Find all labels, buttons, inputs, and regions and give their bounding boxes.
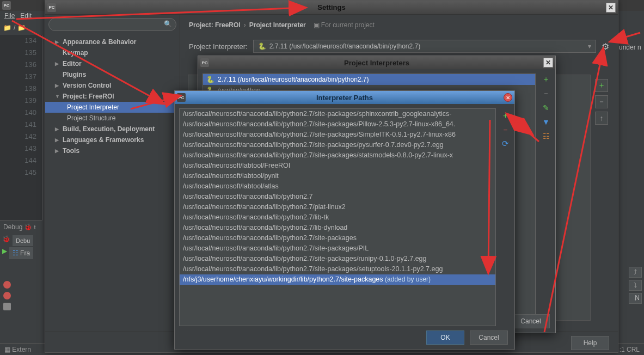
- path-row-selected[interactable]: /nfs/j3/userhome/chenxiayu/workingdir/li…: [180, 274, 495, 285]
- edit-icon[interactable]: ✎: [540, 102, 552, 114]
- path-row[interactable]: /usr/local/neurosoft/anaconda/lib/python…: [180, 119, 495, 130]
- path-row[interactable]: /usr/local/neurosoft/anaconda/lib/python…: [180, 254, 495, 264]
- line-number: 138: [0, 83, 42, 95]
- cancel-button[interactable]: Cancel: [512, 314, 550, 328]
- line-number: 137: [0, 71, 42, 83]
- folder-icon: 📁: [17, 24, 26, 32]
- path-row[interactable]: /usr/local/neurosoft/labtool/atlas: [180, 181, 495, 192]
- play-icon[interactable]: ▶: [2, 247, 7, 259]
- project-badge-icon: ▣: [314, 21, 320, 29]
- close-icon[interactable]: ✕: [504, 93, 512, 102]
- path-row[interactable]: /usr/local/neurosoft/anaconda/lib/python…: [180, 140, 495, 150]
- line-number: 134: [0, 35, 42, 47]
- filter-icon[interactable]: ▼: [540, 116, 552, 128]
- path-row[interactable]: /usr/local/neurosoft/anaconda/lib/python…: [180, 212, 495, 223]
- gear-icon[interactable]: ⚙: [602, 41, 609, 52]
- menu-file[interactable]: File: [4, 12, 15, 21]
- line-number: 139: [0, 95, 42, 107]
- close-icon[interactable]: ✕: [543, 58, 553, 68]
- path-row[interactable]: /usr/local/neurosoft/labtool/pynit: [180, 171, 495, 181]
- interpreters-titlebar[interactable]: PC Project Interpreters ✕: [198, 56, 555, 69]
- search-input[interactable]: [48, 18, 176, 31]
- help-button[interactable]: Help: [571, 336, 609, 350]
- path-row[interactable]: /usr/local/neurosoft/anaconda/lib/python…: [180, 202, 495, 212]
- remove-icon[interactable]: －: [540, 88, 552, 100]
- tree-project[interactable]: ▼Project: FreeROI: [45, 91, 180, 102]
- menu-edit[interactable]: Edit: [20, 12, 32, 21]
- frames-tab[interactable]: ☷ Fra: [9, 247, 33, 259]
- interpreters-title: Project Interpreters: [344, 59, 409, 67]
- path-row[interactable]: /usr/local/neurosoft/anaconda/lib/python…: [180, 109, 495, 119]
- editor-gutter: 134135136137138139140141142143144145: [0, 35, 42, 220]
- folder-icon: 📁: [3, 24, 11, 32]
- chevron-down-icon: ▾: [588, 42, 591, 50]
- tree-tools[interactable]: ▶Tools: [45, 145, 180, 156]
- line-number: 142: [0, 131, 42, 143]
- debug-side-icons: [0, 278, 42, 314]
- close-icon[interactable]: ✕: [606, 3, 616, 13]
- settings-titlebar[interactable]: PC Settings ✕: [45, 1, 618, 15]
- tree-plugins[interactable]: Plugins: [45, 69, 180, 80]
- line-number: 145: [0, 167, 42, 179]
- settings-title: Settings: [317, 3, 345, 11]
- pycharm-icon: PC: [2, 1, 11, 10]
- ok-button[interactable]: OK: [426, 330, 464, 345]
- add-icon[interactable]: ＋: [540, 74, 552, 85]
- tree-build[interactable]: ▶Build, Execution, Deployment: [45, 124, 180, 134]
- pycharm-icon: PC: [177, 93, 186, 102]
- path-row[interactable]: /usr/local/neurosoft/anaconda/lib/python…: [180, 223, 495, 233]
- bug-icon: 🐞: [24, 223, 32, 231]
- interpreter-paths-dialog: PC Interpreter Paths ✕ /usr/local/neuros…: [174, 90, 515, 350]
- step-icon[interactable]: ⤴: [629, 267, 642, 278]
- paths-title: Interpreter Paths: [316, 94, 373, 102]
- path-row[interactable]: /usr/local/neurosoft/anaconda/lib/python…: [180, 130, 495, 140]
- up-icon[interactable]: ↑: [595, 112, 608, 125]
- external-icon[interactable]: ▦: [4, 346, 10, 353]
- path-row[interactable]: /usr/local/neurosoft/labtool/FreeROI: [180, 161, 495, 171]
- debugger-tab[interactable]: Debu: [13, 235, 33, 246]
- settings-tree: 🔍 ▶Appearance & Behavior Keymap ▶Editor …: [45, 15, 180, 332]
- paths-tools: ＋ － ⟳: [499, 109, 511, 150]
- tree-editor[interactable]: ▶Editor: [45, 58, 180, 69]
- tree-languages[interactable]: ▶Languages & Frameworks: [45, 134, 180, 145]
- tree-project-interpreter[interactable]: Project Interpreter: [45, 102, 180, 113]
- add-icon[interactable]: ＋: [595, 79, 608, 92]
- path-row[interactable]: /usr/local/neurosoft/anaconda/lib/python…: [180, 192, 495, 202]
- step-icon[interactable]: ⤵: [629, 280, 642, 291]
- path-row[interactable]: /usr/local/neurosoft/anaconda/lib/python…: [180, 264, 495, 274]
- interpreter-row[interactable]: 🐍2.7.11 (/usr/local/neurosoft/anaconda/b…: [203, 74, 535, 85]
- cancel-button[interactable]: Cancel: [470, 330, 508, 345]
- paths-list[interactable]: /usr/local/neurosoft/anaconda/lib/python…: [179, 108, 496, 326]
- python-icon: 🐍: [206, 76, 214, 83]
- show-paths-icon[interactable]: ☷: [540, 130, 552, 142]
- tree-version-control[interactable]: ▶Version Control: [45, 80, 180, 91]
- remove-icon[interactable]: －: [595, 95, 608, 108]
- bug-icon[interactable]: 🐞: [2, 235, 10, 246]
- add-icon[interactable]: ＋: [499, 109, 511, 121]
- line-number: 143: [0, 143, 42, 155]
- pycharm-icon: PC: [200, 58, 209, 67]
- debug-panel: Debug 🐞 t 🐞 Debu ▶ ☷ Fra: [0, 221, 42, 329]
- tree-project-structure[interactable]: Project Structure: [45, 113, 180, 124]
- interpreter-select[interactable]: 🐍 2.7.11 (/usr/local/neurosoft/anaconda/…: [253, 40, 596, 53]
- path-row[interactable]: /usr/local/neurosoft/anaconda/lib/python…: [180, 150, 495, 161]
- interpreters-tools: ＋ － ✎ ▼ ☷: [540, 74, 552, 142]
- paths-titlebar[interactable]: PC Interpreter Paths ✕: [175, 91, 514, 104]
- pycharm-icon: PC: [47, 3, 56, 12]
- red-dot-icon[interactable]: [3, 281, 11, 289]
- red-dot-icon[interactable]: [3, 292, 11, 299]
- remove-icon[interactable]: －: [499, 124, 511, 136]
- settings-breadcrumbs: Project: FreeROI › Project Interpreter ▣…: [189, 21, 609, 29]
- tree-keymap[interactable]: Keymap: [45, 47, 180, 58]
- line-number: 144: [0, 155, 42, 167]
- tree-appearance[interactable]: ▶Appearance & Behavior: [45, 36, 180, 47]
- line-number: 141: [0, 119, 42, 131]
- right-editor-area: w under n: [617, 34, 644, 252]
- package-tool-column: ＋ － ↑: [595, 79, 608, 125]
- interpreter-label: Project Interpreter:: [189, 42, 248, 51]
- reload-icon[interactable]: ⟳: [499, 138, 511, 150]
- gray-icon[interactable]: [3, 303, 11, 310]
- path-row[interactable]: /usr/local/neurosoft/anaconda/lib/python…: [180, 243, 495, 254]
- path-row[interactable]: /usr/local/neurosoft/anaconda/lib/python…: [180, 233, 495, 243]
- frames-icon: ☷: [13, 249, 19, 257]
